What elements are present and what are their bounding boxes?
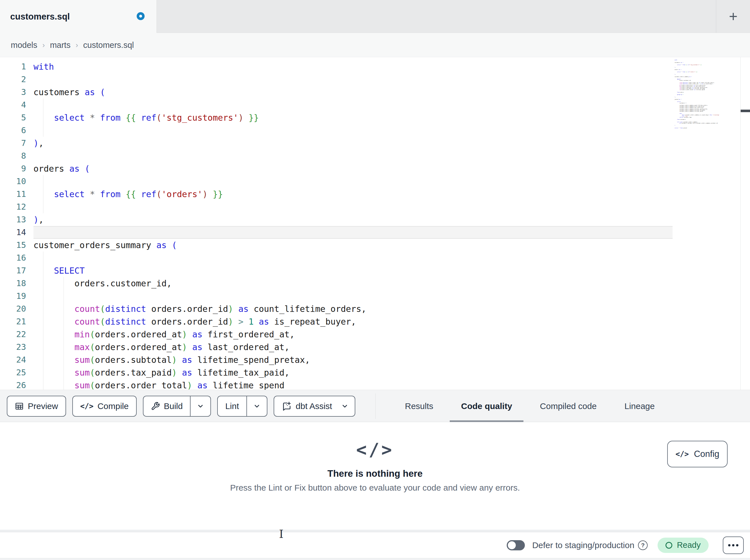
code-line[interactable]: ), (34, 137, 673, 149)
config-button-label: Config (694, 449, 719, 459)
defer-label: Defer to staging/production (532, 540, 634, 550)
build-button-label: Build (164, 401, 183, 411)
code-editor[interactable]: 1234567891011121314151617181920212223242… (0, 57, 750, 390)
code-brackets-icon: </> (0, 441, 750, 459)
code-line[interactable]: select * from {{ ref('stg_customers') }} (34, 111, 673, 124)
line-number: 13 (0, 213, 34, 226)
ellipsis-icon (732, 544, 734, 546)
line-number: 26 (0, 379, 34, 390)
code-line[interactable] (34, 149, 673, 162)
line-number: 14 (0, 226, 34, 239)
code-line[interactable]: customers as ( (34, 86, 673, 99)
line-number: 3 (0, 86, 34, 99)
help-icon[interactable]: ? (638, 540, 648, 550)
tab-bar: customers.sql + (0, 0, 750, 33)
tab-results[interactable]: Results (394, 390, 445, 422)
code-line[interactable]: count(distinct orders.order_id) as count… (34, 303, 673, 315)
breadcrumb-row: models › marts › customers.sql (0, 33, 750, 57)
code-line[interactable]: sum(orders.subtotal) as lifetime_spend_p… (34, 353, 673, 366)
line-number: 6 (0, 124, 34, 137)
code-line[interactable] (34, 201, 673, 213)
tab-compiled-code[interactable]: Compiled code (529, 390, 608, 422)
code-line[interactable] (34, 226, 673, 239)
code-line[interactable]: customer_orders_summary as ( (34, 239, 673, 251)
more-options-button[interactable] (723, 537, 744, 554)
code-line[interactable]: sum(orders.tax_paid) as lifetime_tax_pai… (34, 366, 673, 379)
defer-toggle[interactable] (507, 540, 525, 551)
line-number: 21 (0, 315, 34, 328)
ready-circle-icon (666, 542, 672, 549)
breadcrumb-separator-icon: › (76, 41, 78, 49)
line-number: 18 (0, 277, 34, 290)
line-number: 4 (0, 99, 34, 111)
line-number: 5 (0, 111, 34, 124)
results-panel-tabs: Results Code quality Compiled code Linea… (394, 390, 666, 422)
breadcrumb-item-models[interactable]: models (11, 41, 37, 50)
window-bottom-edge (0, 558, 750, 560)
code-line[interactable]: max(orders.ordered_at) as last_ordered_a… (34, 341, 673, 353)
code-lines[interactable]: withcustomers as ( select * from {{ ref(… (34, 60, 673, 390)
breadcrumb-item-marts[interactable]: marts (50, 41, 71, 50)
new-tab-button[interactable]: + (722, 8, 745, 25)
dbt-assist-dropdown[interactable] (339, 396, 355, 416)
file-tab-customers-sql[interactable]: customers.sql (0, 0, 157, 33)
line-number: 19 (0, 290, 34, 303)
dbt-assist-button-label: dbt Assist (296, 401, 332, 411)
chevron-down-icon (341, 402, 349, 410)
code-line[interactable]: with (34, 60, 673, 73)
compile-button[interactable]: </> Compile (72, 396, 137, 417)
lint-dropdown-button[interactable] (246, 396, 267, 416)
code-line[interactable] (34, 124, 673, 137)
ellipsis-icon (736, 544, 738, 546)
status-badge-ready: Ready (657, 538, 709, 553)
tab-lineage[interactable]: Lineage (613, 390, 666, 422)
config-button[interactable]: </> Config (667, 441, 728, 468)
breadcrumb-item-file[interactable]: customers.sql (83, 41, 134, 50)
empty-state-subtitle: Press the Lint or Fix button above to ev… (0, 483, 750, 493)
code-line[interactable] (34, 290, 673, 303)
line-number: 9 (0, 162, 34, 175)
code-line[interactable] (34, 175, 673, 188)
line-number: 15 (0, 239, 34, 251)
build-dropdown-button[interactable] (190, 396, 211, 416)
line-number: 12 (0, 201, 34, 213)
scrollbar-thumb[interactable] (741, 110, 750, 112)
code-line[interactable]: ), (34, 213, 673, 226)
dbt-assist-button[interactable]: dbt Assist (274, 396, 355, 417)
line-number: 2 (0, 73, 34, 86)
code-line[interactable] (34, 99, 673, 111)
dbt-ide-window: customers.sql + models › marts › custome… (0, 0, 750, 560)
action-toolbar: Preview </> Compile Build (0, 390, 750, 422)
line-number: 20 (0, 303, 34, 315)
code-line[interactable]: count(distinct orders.order_id) > 1 as i… (34, 315, 673, 328)
minimap[interactable]: withcustomers as ( select * from {{ ref(… (675, 60, 740, 139)
panel-resize-strip[interactable] (0, 530, 750, 532)
text-cursor-pointer: I (279, 527, 283, 540)
toolbar-buttons: Preview </> Compile Build (7, 390, 355, 422)
preview-button[interactable]: Preview (7, 396, 66, 417)
minimap-content: withcustomers as ( select * from {{ ref(… (675, 60, 740, 129)
code-line[interactable]: select * from {{ ref('orders') }} (34, 188, 673, 201)
build-button[interactable]: Build (143, 396, 211, 417)
ready-label: Ready (677, 540, 700, 550)
lint-button[interactable]: Lint (217, 396, 267, 417)
chevron-down-icon (253, 402, 261, 410)
empty-state-title: There is nothing here (0, 468, 750, 479)
breadcrumb: models › marts › customers.sql (11, 33, 134, 57)
code-brackets-icon: </> (675, 450, 689, 458)
code-line[interactable] (34, 73, 673, 86)
toolbar-divider (375, 393, 376, 419)
code-line[interactable]: sum(orders.order_total) as lifetime_spen… (34, 379, 673, 390)
code-line[interactable]: orders as ( (34, 162, 673, 175)
code-line[interactable]: orders.customer_id, (34, 277, 673, 290)
tab-code-quality[interactable]: Code quality (450, 390, 524, 422)
line-number: 22 (0, 328, 34, 341)
wrench-icon (151, 402, 160, 411)
code-line[interactable]: SELECT (34, 264, 673, 277)
ellipsis-icon (728, 544, 730, 546)
breadcrumb-separator-icon: › (42, 41, 45, 49)
line-number: 25 (0, 366, 34, 379)
code-line[interactable] (34, 251, 673, 264)
unsaved-changes-dot-icon (137, 12, 145, 20)
code-line[interactable]: min(orders.ordered_at) as first_ordered_… (34, 328, 673, 341)
